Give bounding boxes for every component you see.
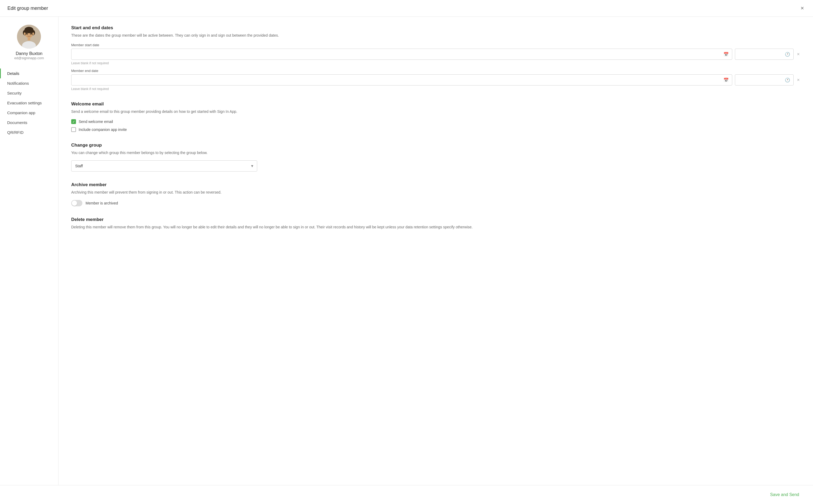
- sidebar-item-companion-app[interactable]: Companion app: [0, 108, 58, 118]
- start-date-hint: Leave blank if not required: [71, 61, 800, 65]
- svg-point-6: [32, 32, 34, 35]
- section-delete-member: Delete member Deleting this member will …: [71, 217, 800, 230]
- close-button[interactable]: ×: [799, 5, 806, 12]
- archive-member-title: Archive member: [71, 182, 800, 187]
- modal-footer: Save and Send: [0, 485, 813, 504]
- modal-header: Edit group member ×: [0, 0, 813, 17]
- group-select-wrapper-container: Staff Management Visitors Contractors ▼: [71, 160, 800, 172]
- end-time-input[interactable]: 🕐: [735, 74, 794, 86]
- sidebar-item-notifications[interactable]: Notifications: [0, 78, 58, 88]
- start-end-dates-title: Start and end dates: [71, 25, 800, 31]
- delete-member-title: Delete member: [71, 217, 800, 222]
- end-date-hint: Leave blank if not required: [71, 87, 800, 91]
- edit-group-member-modal: Edit group member ×: [0, 0, 813, 504]
- sidebar-item-details[interactable]: Details: [0, 69, 58, 78]
- svg-point-8: [30, 33, 32, 35]
- section-change-group: Change group You can change which group …: [71, 143, 800, 172]
- companion-invite-row: Include companion app invite: [71, 127, 800, 132]
- end-time-field[interactable]: [738, 78, 785, 82]
- group-select-wrapper: Staff Management Visitors Contractors ▼: [71, 160, 257, 172]
- member-end-date-row: 📅 🕐 ×: [71, 74, 800, 86]
- start-time-input[interactable]: 🕐: [735, 49, 794, 60]
- archive-toggle-row: Member is archived: [71, 200, 800, 206]
- start-date-input[interactable]: 📅: [71, 49, 732, 60]
- svg-point-5: [24, 32, 26, 35]
- clock-icon-start: 🕐: [785, 52, 790, 57]
- clear-start-date-button[interactable]: ×: [796, 52, 800, 57]
- clear-end-date-button[interactable]: ×: [796, 77, 800, 83]
- send-welcome-email-checkbox[interactable]: ✓: [71, 119, 76, 124]
- sidebar-item-qr-rfid[interactable]: QR/RFID: [0, 127, 58, 137]
- start-date-field[interactable]: [75, 52, 724, 56]
- member-start-label: Member start date: [71, 43, 800, 47]
- welcome-email-desc: Send a welcome email to this group membe…: [71, 109, 800, 114]
- start-end-dates-desc: These are the dates the group member wil…: [71, 33, 800, 38]
- companion-invite-label: Include companion app invite: [79, 127, 127, 132]
- welcome-email-title: Welcome email: [71, 101, 800, 107]
- member-start-date-row: 📅 🕐 ×: [71, 49, 800, 60]
- delete-member-desc: Deleting this member will remove them fr…: [71, 224, 800, 230]
- end-date-field[interactable]: [75, 78, 724, 82]
- save-and-send-button[interactable]: Save and Send: [766, 490, 803, 499]
- archive-toggle-label: Member is archived: [86, 201, 118, 205]
- sidebar: Danny Buxton ed@signinapp.com Details No…: [0, 17, 58, 504]
- modal-title: Edit group member: [7, 6, 48, 11]
- sidebar-item-documents[interactable]: Documents: [0, 118, 58, 127]
- group-select[interactable]: Staff Management Visitors Contractors: [71, 160, 257, 172]
- send-welcome-email-row: ✓ Send welcome email: [71, 119, 800, 124]
- avatar-container: Danny Buxton ed@signinapp.com: [14, 25, 44, 60]
- section-welcome-email: Welcome email Send a welcome email to th…: [71, 101, 800, 132]
- avatar: [17, 25, 41, 49]
- svg-rect-9: [28, 38, 30, 40]
- end-date-input[interactable]: 📅: [71, 74, 732, 86]
- section-start-end-dates: Start and end dates These are the dates …: [71, 25, 800, 91]
- nav-list: Details Notifications Security Evacuatio…: [0, 69, 58, 137]
- main-content: Start and end dates These are the dates …: [58, 17, 813, 504]
- change-group-title: Change group: [71, 143, 800, 148]
- modal-body: Danny Buxton ed@signinapp.com Details No…: [0, 17, 813, 504]
- send-welcome-email-label: Send welcome email: [79, 119, 113, 124]
- clock-icon-end: 🕐: [785, 78, 790, 83]
- sidebar-item-evacuation-settings[interactable]: Evacuation settings: [0, 98, 58, 108]
- archive-toggle[interactable]: [71, 200, 82, 206]
- change-group-desc: You can change which group this member b…: [71, 150, 800, 156]
- member-end-label: Member end date: [71, 69, 800, 73]
- companion-invite-checkbox[interactable]: [71, 127, 76, 132]
- svg-point-7: [26, 33, 28, 35]
- calendar-icon-end[interactable]: 📅: [724, 78, 729, 83]
- checkmark-send: ✓: [72, 120, 75, 123]
- user-email: ed@signinapp.com: [14, 56, 44, 60]
- user-name: Danny Buxton: [16, 51, 42, 56]
- start-time-field[interactable]: [738, 52, 785, 56]
- toggle-knob: [72, 200, 77, 206]
- sidebar-item-security[interactable]: Security: [0, 88, 58, 98]
- section-archive-member: Archive member Archiving this member wil…: [71, 182, 800, 206]
- calendar-icon-start[interactable]: 📅: [724, 52, 729, 57]
- archive-member-desc: Archiving this member will prevent them …: [71, 190, 800, 195]
